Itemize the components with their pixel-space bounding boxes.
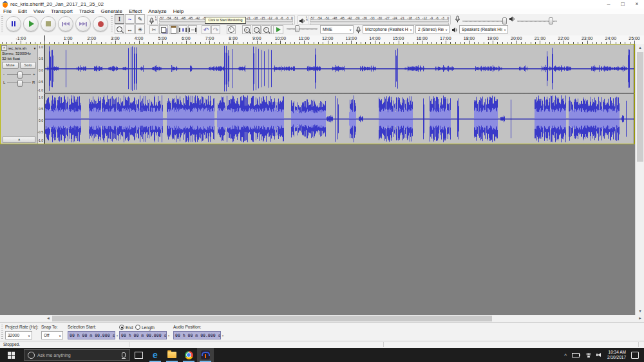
playback-volume-slider[interactable]: [517, 19, 557, 22]
trim-audio-button[interactable]: [178, 25, 187, 34]
envelope-tool-button[interactable]: ~: [125, 14, 135, 24]
copy-button[interactable]: [159, 25, 168, 34]
menu-analyze[interactable]: Analyze: [145, 8, 169, 14]
volume-icon[interactable]: [596, 353, 601, 357]
pause-button[interactable]: [6, 16, 21, 32]
length-radio[interactable]: Length: [135, 325, 155, 330]
vertical-scale-ruler[interactable]: 1.00.50.0-0.5-1.01.00.50.0-0.5-1.0: [38, 44, 44, 144]
menu-transport[interactable]: Transport: [48, 8, 76, 14]
playback-meter-speaker-icon[interactable]: LR: [298, 16, 308, 24]
play-at-speed-button[interactable]: [273, 25, 283, 34]
multi-tool-button[interactable]: ✳: [135, 24, 145, 34]
silence-audio-button[interactable]: [188, 25, 197, 34]
pan-slider-thumb[interactable]: [17, 80, 23, 87]
snap-to-select[interactable]: Off∨: [41, 331, 63, 339]
start-button[interactable]: [0, 348, 22, 362]
horizontal-scroll-thumb[interactable]: [52, 316, 492, 321]
play-speed-slider[interactable]: [287, 27, 317, 30]
gain-slider-thumb[interactable]: [17, 71, 23, 79]
skip-to-end-button[interactable]: [75, 16, 91, 32]
playback-device-select[interactable]: Speakers (Realtek High D∨: [459, 25, 508, 33]
menu-file[interactable]: File: [0, 8, 15, 14]
record-button[interactable]: [93, 16, 108, 32]
zoom-out-button[interactable]: –: [252, 25, 261, 34]
selection-end-field[interactable]: 00 h 00 m 00.000 s▾: [119, 331, 167, 339]
audio-host-select[interactable]: MME∨: [320, 25, 354, 33]
windows-logo-icon: [8, 352, 15, 359]
menu-help[interactable]: Help: [170, 8, 187, 14]
solo-button[interactable]: Solo: [20, 62, 37, 69]
action-center-icon[interactable]: [631, 352, 639, 359]
monitoring-tooltip[interactable]: Click to Start Monitoring: [205, 17, 246, 24]
taskbar-clock[interactable]: 10:34 AM 2/10/2017: [607, 350, 626, 360]
redo-button[interactable]: ↷: [211, 25, 220, 34]
menu-view[interactable]: View: [30, 8, 48, 14]
playback-volume-thumb[interactable]: [549, 17, 553, 24]
paste-button[interactable]: [169, 25, 178, 34]
transport-toolbar-grip[interactable]: [1, 16, 3, 33]
skip-to-start-button[interactable]: [58, 16, 73, 32]
menu-generate[interactable]: Generate: [98, 8, 126, 14]
chrome-taskbar-button[interactable]: [180, 348, 197, 362]
end-radio[interactable]: End: [119, 325, 133, 330]
task-view-button[interactable]: [130, 348, 147, 362]
waveform-area[interactable]: [44, 44, 634, 144]
waveform-right-channel[interactable]: [44, 94, 634, 144]
tools-toolbar-grip[interactable]: [111, 16, 113, 33]
audio-position-field[interactable]: 00 h 00 m 00.000 s▾: [173, 331, 221, 339]
time-shift-tool-button[interactable]: ↔: [125, 24, 135, 34]
gain-slider[interactable]: - +: [3, 71, 35, 78]
vertical-scrollbar[interactable]: ▲ ▼: [635, 44, 644, 315]
stop-button[interactable]: [41, 16, 56, 32]
track-close-button[interactable]: ×: [1, 45, 7, 51]
play-button[interactable]: [23, 16, 39, 32]
zoom-tool-button[interactable]: [115, 24, 124, 34]
scroll-right-arrow[interactable]: ►: [636, 315, 644, 322]
scroll-down-arrow[interactable]: ▼: [636, 307, 644, 315]
pan-slider[interactable]: L R: [3, 79, 35, 86]
selection-tool-button[interactable]: I: [115, 14, 124, 24]
scroll-up-arrow[interactable]: ▲: [636, 44, 644, 52]
recording-volume-slider[interactable]: [462, 19, 506, 22]
record-meter-mic-icon[interactable]: LR: [147, 16, 158, 24]
selection-toolbar-grip[interactable]: [1, 325, 3, 340]
audacity-taskbar-button[interactable]: [197, 348, 214, 362]
scroll-left-arrow[interactable]: ◄: [44, 315, 52, 322]
edge-taskbar-button[interactable]: e: [147, 348, 164, 362]
gain-max-label: +: [33, 72, 35, 76]
play-speed-thumb[interactable]: [295, 25, 299, 32]
draw-tool-button[interactable]: ✎: [135, 14, 145, 24]
playback-meter[interactable]: LR -57-54-51-48-45-42-39-36-33-30-27-24-…: [298, 15, 451, 24]
zoom-in-button[interactable]: +: [242, 25, 251, 34]
selection-start-field[interactable]: 00 h 00 m 00.000 s▾: [68, 331, 115, 339]
menu-tracks[interactable]: Tracks: [76, 8, 98, 14]
undo-button[interactable]: ↶: [202, 25, 211, 34]
track-menu-dropdown-icon[interactable]: ▼: [33, 46, 36, 50]
track-name[interactable]: rec_kris.sh: [8, 46, 33, 50]
fit-selection-button[interactable]: ▫: [261, 25, 270, 34]
chrome-icon: [185, 351, 193, 359]
maximize-button[interactable]: □: [616, 0, 630, 8]
menu-effect[interactable]: Effect: [126, 8, 145, 14]
cortana-search-box[interactable]: Ask me anything: [24, 349, 130, 361]
waveform-left-channel[interactable]: [44, 44, 634, 93]
project-rate-select[interactable]: 32000∨: [5, 331, 32, 339]
menu-edit[interactable]: Edit: [15, 8, 30, 14]
vertical-scroll-thumb[interactable]: [637, 52, 643, 162]
minimize-button[interactable]: –: [601, 0, 616, 8]
timeline-ruler[interactable]: -1:001:002:003:004:005:006:007:008:009:0…: [0, 35, 644, 44]
cut-button[interactable]: ✂: [149, 25, 158, 34]
hidden-icons-chevron[interactable]: ^: [564, 352, 567, 358]
close-button[interactable]: ×: [630, 0, 644, 8]
sync-lock-button[interactable]: [227, 25, 236, 34]
track-collapse-button[interactable]: ▲: [3, 137, 35, 143]
mute-button[interactable]: Mute: [2, 62, 19, 69]
file-explorer-taskbar-button[interactable]: [164, 348, 180, 362]
recording-channels-select[interactable]: 2 (Stereo) Reco∨: [415, 25, 450, 33]
network-icon[interactable]: [585, 353, 591, 357]
search-mic-icon[interactable]: [122, 352, 126, 358]
horizontal-scrollbar[interactable]: ◄ ►: [0, 315, 644, 322]
recording-device-select[interactable]: Microphone (Realtek Hig∨: [363, 25, 414, 33]
recording-volume-thumb[interactable]: [502, 17, 507, 24]
battery-icon[interactable]: [572, 353, 580, 357]
